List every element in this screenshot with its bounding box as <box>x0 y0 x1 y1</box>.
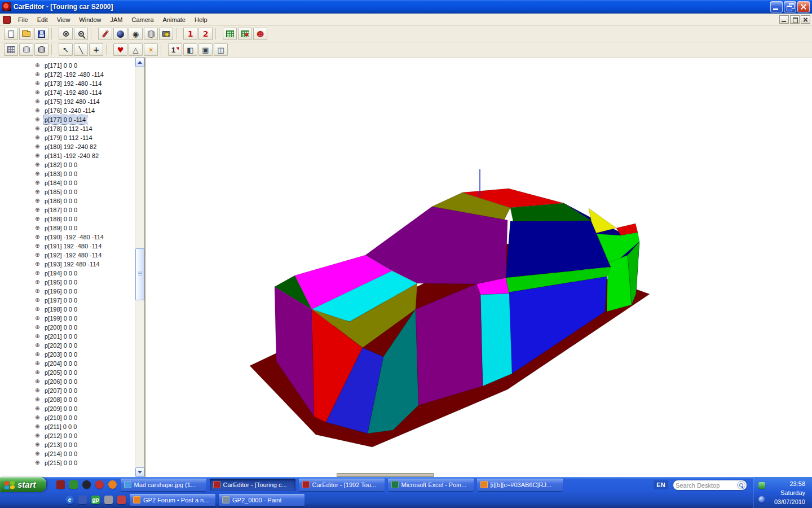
paint-tool-button[interactable] <box>98 28 112 40</box>
menu-file[interactable]: File <box>14 15 33 25</box>
shade-a-button[interactable] <box>19 43 33 56</box>
node-expand-icon[interactable]: ⊕ <box>35 368 43 377</box>
node-expand-icon[interactable]: ⊕ <box>35 386 43 395</box>
red-app-quicklaunch[interactable] <box>94 479 105 491</box>
menu-edit[interactable]: Edit <box>33 15 52 25</box>
menu-camera[interactable]: Camera <box>127 15 158 25</box>
tray-clock-icon[interactable] <box>758 496 765 503</box>
node-expand-icon[interactable]: ⊕ <box>35 242 43 251</box>
tree-item[interactable]: ⊕p[186] 0 0 0 <box>0 196 144 205</box>
node-expand-icon[interactable]: ⊕ <box>35 124 43 133</box>
tree-item[interactable]: ⊕p[197] 0 0 0 <box>0 296 144 305</box>
tree-item[interactable]: ⊕p[193] 192 480 -114 <box>0 260 144 269</box>
tree-item[interactable]: ⊕p[204] 0 0 0 <box>0 359 144 368</box>
tree-item[interactable]: ⊕p[171] 0 0 0 <box>0 61 144 70</box>
flip-view-button[interactable]: ◧ <box>183 43 197 56</box>
task-gp2-forum-taskbar-button[interactable]: GP2 Forum • Post a n... <box>130 494 215 506</box>
task-browser-rj-taskbar-button[interactable]: [i][b][c=#03AB6C]RJ... <box>477 479 563 491</box>
node-expand-icon[interactable]: ⊕ <box>35 205 43 214</box>
tree-item[interactable]: ⊕p[173] 192 -480 -114 <box>0 79 144 88</box>
tray-status-icon[interactable] <box>758 482 765 489</box>
tree-item[interactable]: ⊕p[172] -192 -480 -114 <box>0 70 144 79</box>
new-file-button[interactable] <box>4 28 18 40</box>
point-select-1-button[interactable]: 1 <box>168 43 182 56</box>
tree-item[interactable]: ⊕p[213] 0 0 0 <box>0 440 144 449</box>
disk-quicklaunch[interactable] <box>77 494 89 506</box>
node-expand-icon[interactable]: ⊕ <box>35 214 43 224</box>
menu-view[interactable]: View <box>52 15 75 25</box>
tree-item[interactable]: ⊕p[177] 0 0 -114 <box>0 115 144 124</box>
red-tool-quicklaunch[interactable] <box>116 494 127 506</box>
tree-item[interactable]: ⊕p[214] 0 0 0 <box>0 449 144 458</box>
tree-item[interactable]: ⊕p[212] 0 0 0 <box>0 431 144 440</box>
tree-item[interactable]: ⊕p[196] 0 0 0 <box>0 287 144 296</box>
printer-quicklaunch[interactable] <box>103 494 114 506</box>
driver-button[interactable]: ☻ <box>253 28 267 40</box>
tree-item[interactable]: ⊕p[200] 0 0 0 <box>0 323 144 332</box>
tree-item[interactable]: ⊕p[215] 0 0 0 <box>0 458 144 467</box>
search-icon[interactable] <box>737 481 745 489</box>
tree-item[interactable]: ⊕p[175] 192 480 -114 <box>0 97 144 106</box>
line-tool-button[interactable]: ╲ <box>74 43 88 56</box>
node-expand-icon[interactable]: ⊕ <box>35 359 43 368</box>
shade-b-button[interactable] <box>34 43 48 56</box>
tree-scrollbar[interactable] <box>135 58 144 477</box>
node-expand-icon[interactable]: ⊕ <box>35 431 43 440</box>
tree-item[interactable]: ⊕p[176] 0 -240 -114 <box>0 106 144 115</box>
node-expand-icon[interactable]: ⊕ <box>35 151 43 160</box>
node-expand-icon[interactable]: ⊕ <box>35 70 43 79</box>
node-expand-icon[interactable]: ⊕ <box>35 305 43 314</box>
tree-item[interactable]: ⊕p[183] 0 0 0 <box>0 169 144 178</box>
tree-item[interactable]: ⊕p[185] 0 0 0 <box>0 187 144 196</box>
node-expand-icon[interactable]: ⊕ <box>35 413 43 422</box>
node-expand-icon[interactable]: ⊕ <box>35 133 43 142</box>
tree-item[interactable]: ⊕p[190] -192 -480 -114 <box>0 233 144 242</box>
tree-item[interactable]: ⊕p[184] 0 0 0 <box>0 178 144 187</box>
green-app-quicklaunch[interactable] <box>68 479 80 491</box>
model-canvas[interactable] <box>145 58 812 477</box>
node-expand-icon[interactable]: ⊕ <box>35 251 43 260</box>
language-indicator[interactable]: EN <box>654 480 668 489</box>
camera-view-button[interactable]: ◉ <box>129 28 143 40</box>
task-careditor-touring-taskbar-button[interactable]: CarEditor - [Touring c... <box>210 479 295 491</box>
tree-item[interactable]: ⊕p[209] 0 0 0 <box>0 404 144 413</box>
node-expand-icon[interactable]: ⊕ <box>35 323 43 332</box>
tree-item[interactable]: ⊕p[179] 0 112 -114 <box>0 133 144 142</box>
tree-item[interactable]: ⊕p[198] 0 0 0 <box>0 305 144 314</box>
tree-item[interactable]: ⊕p[181] -192 -240 82 <box>0 151 144 160</box>
node-expand-icon[interactable]: ⊕ <box>35 449 43 458</box>
node-expand-icon[interactable]: ⊕ <box>35 79 43 88</box>
node-expand-icon[interactable]: ⊕ <box>35 404 43 413</box>
node-expand-icon[interactable]: ⊕ <box>35 178 43 187</box>
node-expand-icon[interactable]: ⊕ <box>35 278 43 287</box>
clock[interactable]: 23:58 Saturday 03/07/2010 <box>769 479 805 506</box>
tree-item[interactable]: ⊕p[180] 192 -240 82 <box>0 142 144 151</box>
task-mad-carshape-taskbar-button[interactable]: Mad carshape.jpg (1... <box>121 479 206 491</box>
view-2-button[interactable]: 2 <box>198 28 213 40</box>
tree-item[interactable]: ⊕p[189] 0 0 0 <box>0 224 144 233</box>
select-tool-button[interactable]: ↖ <box>59 43 73 56</box>
tree-item[interactable]: ⊕p[199] 0 0 0 <box>0 314 144 323</box>
tree-item[interactable]: ⊕p[194] 0 0 0 <box>0 269 144 278</box>
tree-item[interactable]: ⊕p[203] 0 0 0 <box>0 350 144 359</box>
sphere-view-button[interactable] <box>113 28 127 40</box>
tree-item[interactable]: ⊕p[202] 0 0 0 <box>0 341 144 350</box>
mdi-restore-button[interactable] <box>790 15 800 24</box>
node-expand-icon[interactable]: ⊕ <box>35 61 43 70</box>
close-button[interactable] <box>797 1 810 12</box>
scrollbar-thumb[interactable] <box>135 248 144 300</box>
mdi-close-button[interactable] <box>801 15 810 24</box>
tree-item[interactable]: ⊕p[207] 0 0 0 <box>0 386 144 395</box>
zoom-out-button[interactable] <box>74 28 88 40</box>
node-expand-icon[interactable]: ⊕ <box>35 269 43 278</box>
internet-explorer-quicklaunch[interactable]: e <box>64 494 76 506</box>
dark-app-quicklaunch[interactable] <box>81 479 92 491</box>
search-input[interactable] <box>676 482 731 489</box>
node-expand-icon[interactable]: ⊕ <box>35 332 43 341</box>
document-icon[interactable] <box>3 16 11 24</box>
node-expand-icon[interactable]: ⊕ <box>35 196 43 205</box>
panel-view-button[interactable]: ◫ <box>214 43 228 56</box>
tree-item[interactable]: ⊕p[206] 0 0 0 <box>0 377 144 386</box>
tree-item[interactable]: ⊕p[205] 0 0 0 <box>0 368 144 377</box>
gp2-quicklaunch[interactable]: gp <box>90 494 102 506</box>
